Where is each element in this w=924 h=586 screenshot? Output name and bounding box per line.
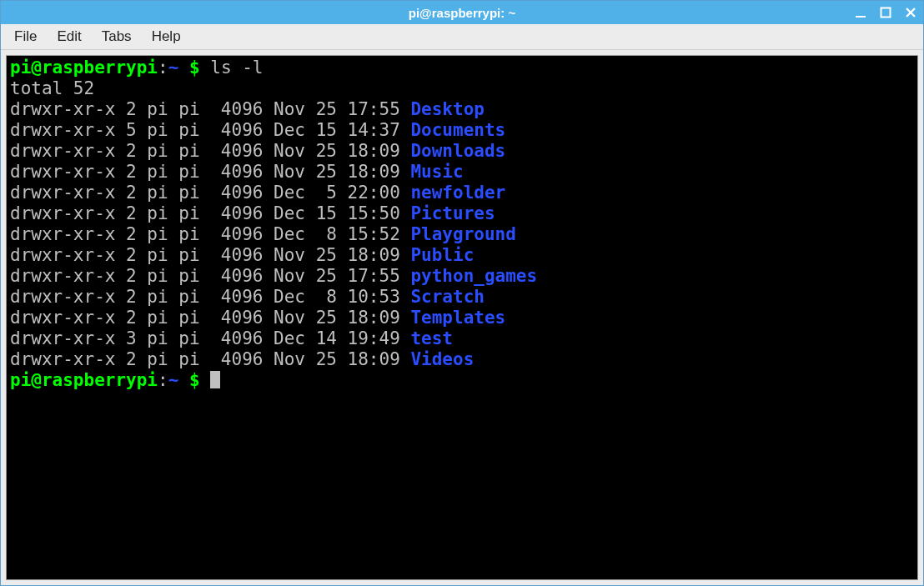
prompt-dollar: $ xyxy=(178,370,210,390)
maximize-button[interactable] xyxy=(878,5,893,20)
prompt-path: ~ xyxy=(168,58,179,78)
ls-row-name: Playground xyxy=(410,224,515,244)
prompt-line: pi@raspberrypi:~ $ xyxy=(10,370,914,391)
ls-row: drwxr-xr-x 2 pi pi 4096 Dec 8 10:53 Scra… xyxy=(10,287,914,308)
cursor xyxy=(210,371,220,388)
ls-row: drwxr-xr-x 2 pi pi 4096 Nov 25 17:55 Des… xyxy=(10,99,914,120)
maximize-icon xyxy=(880,7,891,18)
menu-edit[interactable]: Edit xyxy=(48,26,89,48)
prompt-separator: : xyxy=(158,58,168,78)
ls-row: drwxr-xr-x 2 pi pi 4096 Nov 25 18:09 Pub… xyxy=(10,245,914,266)
menu-help[interactable]: Help xyxy=(143,26,189,48)
ls-row: drwxr-xr-x 2 pi pi 4096 Nov 25 18:09 Tem… xyxy=(10,308,914,328)
ls-row-meta: drwxr-xr-x 2 pi pi 4096 Nov 25 18:09 xyxy=(10,308,410,328)
ls-row: drwxr-xr-x 2 pi pi 4096 Nov 25 18:09 Dow… xyxy=(10,141,914,162)
ls-row: drwxr-xr-x 5 pi pi 4096 Dec 15 14:37 Doc… xyxy=(10,120,914,141)
command-text: ls -l xyxy=(210,58,263,78)
ls-row-name: Documents xyxy=(410,120,505,140)
ls-row-name: newfolder xyxy=(410,183,505,203)
window-title: pi@raspberrypi: ~ xyxy=(1,6,923,20)
ls-row-meta: drwxr-xr-x 2 pi pi 4096 Nov 25 18:09 xyxy=(10,162,410,182)
ls-row: drwxr-xr-x 2 pi pi 4096 Nov 25 17:55 pyt… xyxy=(10,266,914,287)
ls-row: drwxr-xr-x 2 pi pi 4096 Nov 25 18:09 Vid… xyxy=(10,349,914,370)
ls-row: drwxr-xr-x 2 pi pi 4096 Dec 15 15:50 Pic… xyxy=(10,203,914,224)
total-line: total 52 xyxy=(10,78,914,99)
ls-row-meta: drwxr-xr-x 2 pi pi 4096 Nov 25 18:09 xyxy=(10,349,410,369)
svg-rect-1 xyxy=(881,8,891,18)
ls-row-name: test xyxy=(410,328,453,348)
ls-row-meta: drwxr-xr-x 2 pi pi 4096 Nov 25 18:09 xyxy=(10,245,410,265)
ls-row-meta: drwxr-xr-x 2 pi pi 4096 Dec 5 22:00 xyxy=(10,183,410,203)
prompt-line: pi@raspberrypi:~ $ ls -l xyxy=(10,58,914,78)
ls-row-meta: drwxr-xr-x 2 pi pi 4096 Dec 15 15:50 xyxy=(10,203,410,223)
menu-file[interactable]: File xyxy=(6,26,45,48)
prompt-userhost: pi@raspberrypi xyxy=(10,370,158,390)
ls-row-name: Templates xyxy=(410,308,505,328)
prompt-path: ~ xyxy=(168,370,179,390)
ls-row-name: Music xyxy=(410,162,463,182)
ls-row-meta: drwxr-xr-x 3 pi pi 4096 Dec 14 19:49 xyxy=(10,328,410,348)
ls-row-meta: drwxr-xr-x 2 pi pi 4096 Dec 8 15:52 xyxy=(10,224,410,244)
ls-row-name: Scratch xyxy=(410,287,485,307)
ls-row: drwxr-xr-x 2 pi pi 4096 Dec 8 15:52 Play… xyxy=(10,224,914,245)
ls-row-name: Pictures xyxy=(410,203,495,223)
prompt-userhost: pi@raspberrypi xyxy=(10,58,158,78)
prompt-separator: : xyxy=(158,370,168,390)
ls-row-meta: drwxr-xr-x 2 pi pi 4096 Nov 25 17:55 xyxy=(10,99,410,119)
terminal-window: pi@raspberrypi: ~ File Edit Tabs Help pi… xyxy=(0,0,924,586)
menu-bar: File Edit Tabs Help xyxy=(1,24,923,50)
window-controls xyxy=(853,1,918,24)
minimize-icon xyxy=(855,7,866,18)
ls-row-name: python_games xyxy=(410,266,537,286)
ls-row-meta: drwxr-xr-x 2 pi pi 4096 Nov 25 17:55 xyxy=(10,266,410,286)
ls-row-name: Videos xyxy=(410,349,474,369)
close-icon xyxy=(905,7,916,18)
terminal-viewport[interactable]: pi@raspberrypi:~ $ ls -ltotal 52drwxr-xr… xyxy=(6,55,918,580)
ls-row-meta: drwxr-xr-x 5 pi pi 4096 Dec 15 14:37 xyxy=(10,120,410,140)
ls-row-name: Public xyxy=(410,245,474,265)
menu-tabs[interactable]: Tabs xyxy=(93,26,140,48)
ls-row-name: Desktop xyxy=(410,99,485,119)
svg-rect-0 xyxy=(856,16,866,18)
ls-row: drwxr-xr-x 3 pi pi 4096 Dec 14 19:49 tes… xyxy=(10,328,914,349)
ls-row-meta: drwxr-xr-x 2 pi pi 4096 Nov 25 18:09 xyxy=(10,141,410,161)
titlebar[interactable]: pi@raspberrypi: ~ xyxy=(1,1,923,24)
close-button[interactable] xyxy=(903,5,918,20)
ls-row: drwxr-xr-x 2 pi pi 4096 Nov 25 18:09 Mus… xyxy=(10,162,914,183)
ls-row: drwxr-xr-x 2 pi pi 4096 Dec 5 22:00 newf… xyxy=(10,183,914,203)
ls-row-name: Downloads xyxy=(410,141,505,161)
prompt-dollar: $ xyxy=(178,58,210,78)
ls-row-meta: drwxr-xr-x 2 pi pi 4096 Dec 8 10:53 xyxy=(10,287,410,307)
minimize-button[interactable] xyxy=(853,5,868,20)
